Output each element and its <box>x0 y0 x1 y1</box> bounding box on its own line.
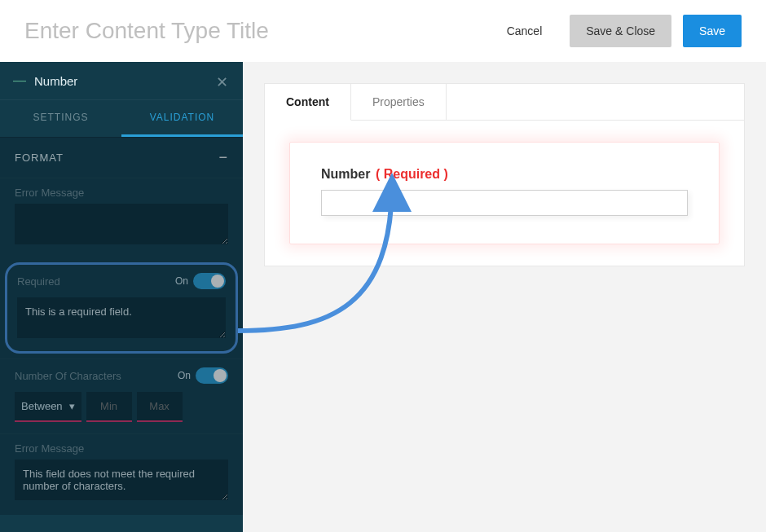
tab-validation[interactable]: VALIDATION <box>121 100 243 137</box>
required-highlight: Required On <box>5 262 238 354</box>
range-mode-value: Between <box>21 400 63 412</box>
format-label: FORMAT <box>15 152 64 164</box>
page-title[interactable]: Enter Content Type Title <box>24 18 269 44</box>
tab-content[interactable]: Content <box>265 84 351 121</box>
required-switch[interactable] <box>193 273 226 289</box>
num-chars-label: Number Of Characters <box>15 370 121 382</box>
error-message-input[interactable] <box>15 204 228 244</box>
content-card: Content Properties Number ( Required ) <box>264 83 745 266</box>
max-input[interactable] <box>137 392 183 422</box>
required-message-input[interactable] <box>17 297 226 338</box>
collapse-format-icon[interactable]: − <box>218 149 228 166</box>
sidebar-field-type: Number <box>34 74 77 88</box>
save-button[interactable]: Save <box>683 15 742 47</box>
cancel-button[interactable]: Cancel <box>491 15 559 47</box>
required-label: Required <box>17 275 60 288</box>
number-field-input[interactable] <box>321 190 688 216</box>
chevron-down-icon: ▾ <box>69 400 75 412</box>
tab-settings[interactable]: SETTINGS <box>0 100 121 137</box>
field-label: Number <box>321 167 370 181</box>
num-chars-switch-label: On <box>178 370 191 381</box>
collapse-icon[interactable]: — <box>13 73 26 88</box>
error-message-label: Error Message <box>15 187 228 199</box>
field-highlight: Number ( Required ) <box>289 142 720 244</box>
required-switch-label: On <box>175 275 188 287</box>
error-message-2-label: Error Message <box>15 442 228 455</box>
range-mode-select[interactable]: Between ▾ <box>15 392 81 422</box>
required-tag: ( Required ) <box>376 167 448 181</box>
sidebar: — Number ✕ SETTINGS VALIDATION FORMAT − … <box>0 62 243 532</box>
error-message-2-input[interactable] <box>15 459 228 500</box>
close-icon[interactable]: ✕ <box>216 73 228 91</box>
save-close-button[interactable]: Save & Close <box>570 15 671 47</box>
min-input[interactable] <box>86 392 132 422</box>
num-chars-switch[interactable] <box>196 367 228 384</box>
tab-properties[interactable]: Properties <box>351 84 447 121</box>
